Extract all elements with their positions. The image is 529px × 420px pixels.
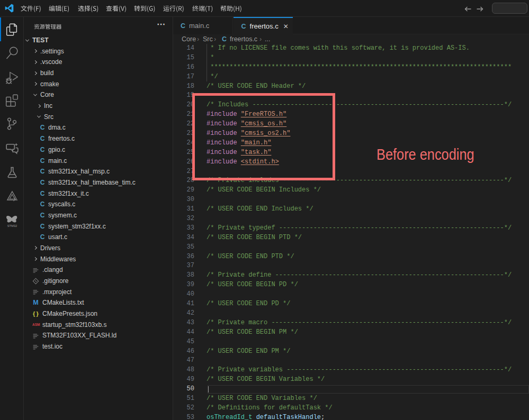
svg-text:STM32: STM32 [7, 224, 17, 227]
